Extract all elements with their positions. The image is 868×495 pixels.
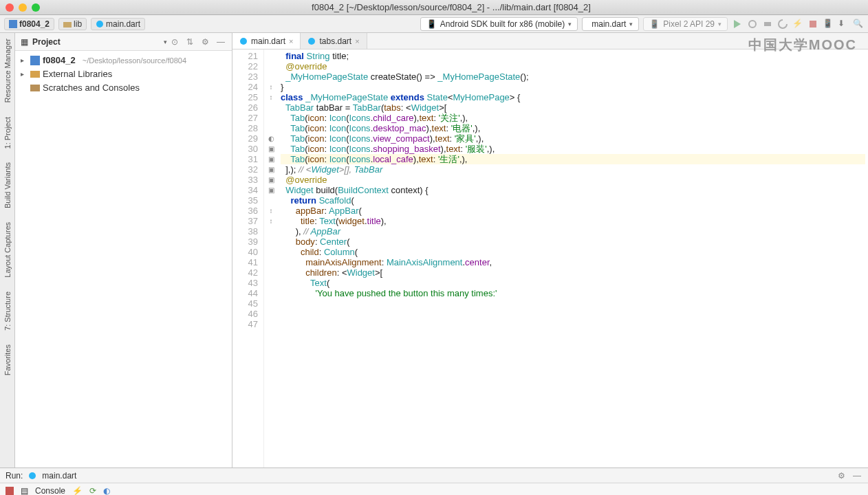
project-pane-title[interactable]: Project [32,37,160,47]
navigation-bar: f0804_2 lib main.dart 📱 Android SDK buil… [0,15,868,33]
rail-resource-manager[interactable]: Resource Manager [3,36,12,106]
editor-area: main.dart × tabs.dart × 2122232425262728… [232,33,868,468]
svg-point-5 [749,21,756,28]
open-devtools-icon[interactable]: ◐ [103,486,110,496]
line-number-gutter: 2122232425262728293031323334353637383940… [232,50,264,468]
stop-button[interactable] [807,19,818,30]
gutter-markers: ↕↕◐▣▣▣▣▣↕↕ [264,50,278,468]
phone-icon: 📱 [426,19,437,29]
dart-file-icon [307,37,316,45]
tab-main-dart[interactable]: main.dart × [232,33,301,49]
emulator-label: Pixel 2 API 29 [663,19,715,29]
svg-rect-0 [9,20,17,28]
library-icon [30,69,40,79]
close-icon[interactable]: × [355,37,359,45]
debug-button[interactable] [747,19,758,30]
chevron-right-icon[interactable]: ▸ [21,54,28,67]
stop-button[interactable] [6,487,14,495]
svg-rect-6 [764,22,771,26]
tab-label: main.dart [251,36,285,46]
svg-point-11 [240,38,247,45]
phone-icon: 📱 [649,19,660,29]
rail-favorites[interactable]: Favorites [3,342,12,378]
folder-icon [63,20,72,28]
run-config-label: main.dart [592,19,626,29]
breadcrumb-folder[interactable]: lib [58,18,87,30]
rail-structure[interactable]: 7: Structure [3,289,12,333]
svg-point-13 [29,472,36,479]
dart-file-icon [28,472,36,480]
project-pane: ▦ Project ▾ ⊙ ⇅ ⚙ — ▸ f0804_2 ~/Desktop/… [15,33,232,468]
gear-icon[interactable]: ⚙ [838,471,847,481]
project-pane-header: ▦ Project ▾ ⊙ ⇅ ⚙ — [15,33,232,51]
zoom-window-button[interactable] [32,3,40,12]
device-selector[interactable]: 📱 Android SDK built for x86 (mobile) ▾ [420,17,578,31]
left-tool-rail: Resource Manager 1: Project Build Varian… [0,33,15,468]
run-panel: Run: main.dart ⚙ — ▤ Console ⚡ ⟳ ◐ ↗ ↑ ↓… [0,468,868,495]
hot-reload-icon[interactable]: ⚡ [72,486,83,496]
chevron-down-icon: ▾ [568,21,572,28]
svg-marker-4 [734,20,741,28]
run-button[interactable] [732,19,743,30]
console-tab[interactable]: Console [35,486,65,496]
window-title: f0804_2 [~/Desktop/lesson/source/f0804_2… [40,2,862,12]
attach-button[interactable]: ⚡ [792,19,803,30]
restart-icon[interactable]: ⟳ [89,486,96,496]
minimize-icon[interactable]: — [217,37,226,47]
run-config-selector[interactable]: main.dart ▾ [582,17,639,31]
breadcrumb-file[interactable]: main.dart [91,18,145,30]
svg-point-2 [96,21,103,28]
titlebar: f0804_2 [~/Desktop/lesson/source/f0804_2… [0,0,868,15]
project-mode-icon: ▦ [21,37,28,47]
editor-tabbar: main.dart × tabs.dart × [232,33,868,50]
code-body[interactable]: final String title; @override _MyHomePag… [278,50,868,468]
tab-tabs-dart[interactable]: tabs.dart × [301,33,367,49]
chevron-down-icon[interactable]: ▾ [164,38,167,45]
breadcrumb-folder-label: lib [74,19,82,29]
target-icon[interactable]: ⊙ [171,37,181,47]
close-window-button[interactable] [6,3,14,12]
svg-rect-9 [30,71,40,78]
tree-external-label: External Libraries [43,67,112,81]
rail-build-variants[interactable]: Build Variants [3,160,12,211]
minimize-window-button[interactable] [19,3,27,12]
tree-root-label: f0804_2 [43,54,76,67]
chevron-down-icon: ▾ [718,21,721,28]
avd-button[interactable]: 📱 [823,19,834,30]
minimize-icon[interactable]: — [853,471,862,481]
tab-label: tabs.dart [319,36,351,46]
emulator-selector[interactable]: 📱 Pixel 2 API 29 ▾ [643,17,728,31]
sdk-button[interactable]: ⬇ [838,19,849,30]
svg-rect-10 [30,85,40,91]
project-tree[interactable]: ▸ f0804_2 ~/Desktop/lesson/source/f0804 … [15,51,232,98]
gear-icon[interactable]: ⚙ [202,37,211,47]
svg-point-12 [308,38,315,45]
profile-button[interactable] [762,19,773,30]
breadcrumb-project-label: f0804_2 [19,19,50,29]
chevron-right-icon[interactable]: ▸ [21,67,28,81]
window-controls [6,3,40,12]
svg-rect-1 [63,22,72,28]
scratches-icon [30,83,40,93]
dart-file-icon [239,37,248,45]
tree-external-libs[interactable]: ▸ External Libraries [17,67,230,81]
search-button[interactable]: 🔍 [853,19,864,30]
run-header: Run: main.dart ⚙ — [0,468,868,483]
close-icon[interactable]: × [289,37,293,45]
hot-reload-button[interactable] [777,19,788,30]
rail-layout-captures[interactable]: Layout Captures [3,219,12,280]
svg-rect-8 [30,56,40,65]
rail-project[interactable]: 1: Project [3,114,12,151]
tree-root[interactable]: ▸ f0804_2 ~/Desktop/lesson/source/f0804 [17,54,230,67]
breadcrumb-project[interactable]: f0804_2 [4,18,54,30]
breadcrumb-file-label: main.dart [106,19,140,29]
expand-icon[interactable]: ⇅ [186,37,196,47]
dart-file-icon [96,20,104,28]
run-config-name: main.dart [42,471,76,481]
chevron-down-icon: ▾ [629,21,633,28]
console-toolbar: ▤ Console ⚡ ⟳ ◐ [0,483,868,495]
tree-scratches[interactable]: ▸ Scratches and Consoles [17,81,230,95]
console-tab-icon: ▤ [21,486,28,496]
code-editor[interactable]: 2122232425262728293031323334353637383940… [232,50,868,468]
project-icon [30,56,40,65]
